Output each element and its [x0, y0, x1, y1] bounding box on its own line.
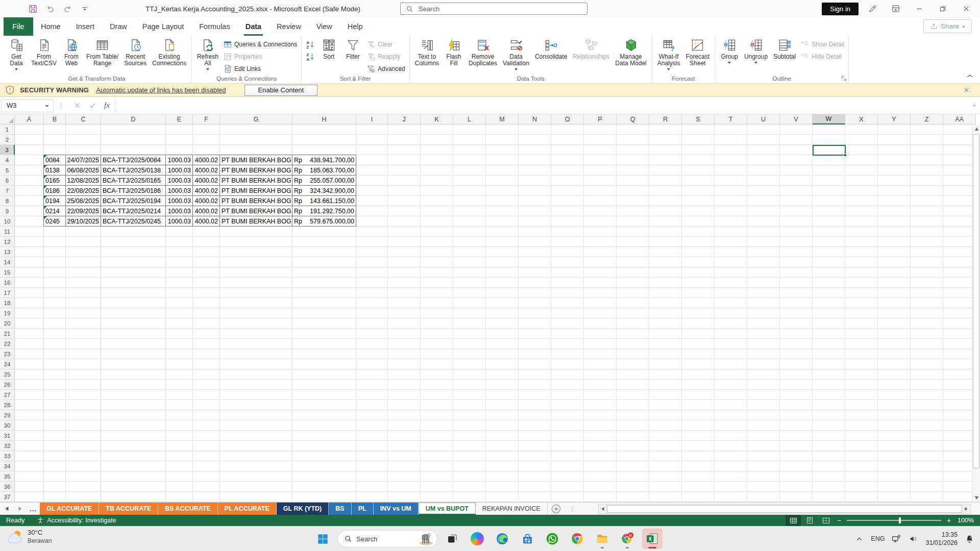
ribbon-button-filter[interactable]: Filter	[341, 37, 364, 73]
cell-F29[interactable]	[193, 410, 220, 420]
cell-P25[interactable]	[584, 369, 617, 380]
cell-H7[interactable]: Rp324.342.900,00	[292, 186, 356, 196]
cell-R12[interactable]	[649, 237, 682, 247]
cell-S16[interactable]	[682, 278, 715, 288]
cell-Q28[interactable]	[617, 400, 649, 410]
cell-O11[interactable]	[551, 227, 584, 237]
cell-Z14[interactable]	[911, 257, 943, 267]
cell-W15[interactable]	[813, 267, 845, 278]
cell-V26[interactable]	[780, 380, 813, 390]
cell-Y18[interactable]	[878, 298, 911, 308]
cell-K37[interactable]	[421, 492, 453, 502]
cell-N11[interactable]	[519, 227, 551, 237]
cell-Y11[interactable]	[878, 227, 911, 237]
cell-F25[interactable]	[193, 369, 220, 380]
cell-Y10[interactable]	[878, 216, 911, 227]
cell-Q9[interactable]	[617, 206, 649, 216]
cell-L23[interactable]	[453, 349, 486, 359]
cell-Z10[interactable]	[911, 216, 943, 227]
sheet-tab-gl-accurate[interactable]: GL ACCURATE	[40, 503, 99, 515]
cell-D37[interactable]	[101, 492, 166, 502]
cell-J15[interactable]	[388, 267, 421, 278]
cell-M18[interactable]	[486, 298, 519, 308]
cell-I1[interactable]	[356, 124, 388, 135]
cell-D23[interactable]	[101, 349, 166, 359]
cell-R26[interactable]	[649, 380, 682, 390]
cell-A2[interactable]	[15, 135, 44, 145]
cell-M37[interactable]	[486, 492, 519, 502]
cell-AA28[interactable]	[943, 400, 976, 410]
cell-I35[interactable]	[356, 471, 388, 482]
cell-R28[interactable]	[649, 400, 682, 410]
cell-I28[interactable]	[356, 400, 388, 410]
scroll-right-icon[interactable]	[962, 505, 970, 513]
sheet-tab-gl-rk-ytd-[interactable]: GL RK (YTD)	[277, 503, 329, 515]
cell-L12[interactable]	[453, 237, 486, 247]
cell-E34[interactable]	[166, 461, 193, 471]
cell-L37[interactable]	[453, 492, 486, 502]
cell-E15[interactable]	[166, 267, 193, 278]
copilot-icon[interactable]	[467, 529, 487, 549]
cell-D35[interactable]	[101, 471, 166, 482]
cell-E27[interactable]	[166, 390, 193, 400]
cell-P1[interactable]	[584, 124, 617, 135]
cell-N27[interactable]	[519, 390, 551, 400]
cell-L22[interactable]	[453, 339, 486, 349]
insert-function-icon[interactable]: fx	[104, 101, 110, 110]
cell-M4[interactable]	[486, 155, 519, 165]
column-header-L[interactable]: L	[453, 114, 486, 124]
column-header-F[interactable]: F	[193, 114, 220, 124]
cell-O14[interactable]	[551, 257, 584, 267]
row-header-36[interactable]: 36	[0, 482, 15, 492]
cell-L11[interactable]	[453, 227, 486, 237]
cell-X12[interactable]	[845, 237, 878, 247]
cell-I18[interactable]	[356, 298, 388, 308]
cell-R35[interactable]	[649, 471, 682, 482]
cell-Z28[interactable]	[911, 400, 943, 410]
cell-G27[interactable]	[220, 390, 292, 400]
cell-K33[interactable]	[421, 451, 453, 461]
zoom-in-button[interactable]: +	[944, 516, 953, 524]
cell-M30[interactable]	[486, 420, 519, 431]
cell-J21[interactable]	[388, 329, 421, 339]
cell-U22[interactable]	[747, 339, 780, 349]
whatsapp-icon[interactable]	[542, 529, 562, 549]
taskbar-search[interactable]: Search	[337, 530, 437, 547]
cell-S17[interactable]	[682, 288, 715, 298]
cell-E36[interactable]	[166, 482, 193, 492]
cell-B23[interactable]	[44, 349, 66, 359]
cell-M24[interactable]	[486, 359, 519, 369]
tab-formulas[interactable]: Formulas	[191, 17, 237, 36]
cell-D9[interactable]: BCA-TTJ/2025/0214	[101, 206, 166, 216]
cell-F15[interactable]	[193, 267, 220, 278]
cell-W9[interactable]	[813, 206, 845, 216]
cell-V37[interactable]	[780, 492, 813, 502]
cell-X20[interactable]	[845, 318, 878, 329]
row-header-13[interactable]: 13	[0, 247, 15, 257]
cell-N6[interactable]	[519, 176, 551, 186]
cell-V20[interactable]	[780, 318, 813, 329]
cell-B21[interactable]	[44, 329, 66, 339]
cell-J9[interactable]	[388, 206, 421, 216]
cell-E21[interactable]	[166, 329, 193, 339]
cell-F19[interactable]	[193, 308, 220, 318]
cell-G11[interactable]	[220, 227, 292, 237]
cell-E2[interactable]	[166, 135, 193, 145]
row-header-5[interactable]: 5	[0, 165, 15, 176]
ribbon-button-manage-data-model[interactable]: Manage Data Model	[612, 37, 649, 73]
cell-Y15[interactable]	[878, 267, 911, 278]
column-header-T[interactable]: T	[715, 114, 747, 124]
cell-S11[interactable]	[682, 227, 715, 237]
cell-M25[interactable]	[486, 369, 519, 380]
cell-C18[interactable]	[66, 298, 101, 308]
cell-P22[interactable]	[584, 339, 617, 349]
cell-B32[interactable]	[44, 441, 66, 451]
cell-B16[interactable]	[44, 278, 66, 288]
cell-J8[interactable]	[388, 196, 421, 206]
cell-S7[interactable]	[682, 186, 715, 196]
cell-B10[interactable]: 0245	[44, 216, 66, 227]
sheet-tab-bs[interactable]: BS	[329, 503, 351, 515]
cell-H20[interactable]	[292, 318, 356, 329]
cell-Y13[interactable]	[878, 247, 911, 257]
cell-U33[interactable]	[747, 451, 780, 461]
